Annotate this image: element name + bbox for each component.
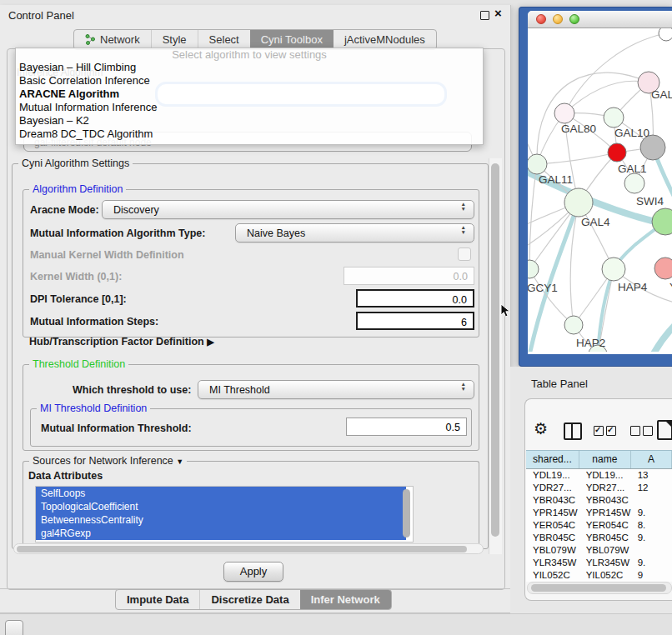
tab-select[interactable]: Select xyxy=(198,30,250,49)
network-node-hap2[interactable] xyxy=(564,316,583,334)
mi-algorithm-type-select[interactable]: Naive Bayes ▲▼ xyxy=(235,223,474,242)
attribute-item-topologicalcoefficient[interactable]: TopologicalCoefficient xyxy=(36,500,406,513)
minimize-traffic-light[interactable] xyxy=(553,14,563,24)
kernel-width-input[interactable]: 0.0 xyxy=(344,267,474,285)
table-row[interactable]: YIL052CYIL052C9 xyxy=(526,569,672,582)
mi-steps-input[interactable]: 6 xyxy=(356,312,474,330)
which-threshold-select[interactable]: MI Threshold ▲▼ xyxy=(198,380,474,399)
mouse-cursor xyxy=(500,303,512,318)
network-canvas[interactable]: GALGAL80GAL10GAL1GAL11SWI4GAL4GCY1HAP4YH… xyxy=(528,28,672,352)
table-row[interactable]: YDR27...YDR27...12 xyxy=(526,482,672,494)
aracne-mode-label: Aracne Mode: xyxy=(30,204,99,216)
tab-label: Cyni Toolbox xyxy=(261,33,323,46)
table-cell: YBR045C xyxy=(526,532,579,544)
table-cell: 9. xyxy=(631,532,672,544)
tab-cyni-toolbox[interactable]: Cyni Toolbox xyxy=(250,30,333,49)
close-traffic-light[interactable] xyxy=(536,14,546,24)
table-row[interactable]: YLR345WYLR345W9. xyxy=(526,557,672,569)
select-all-checkbox-icon-2[interactable]: ✓ xyxy=(606,426,616,436)
attribute-item-betweennesscentrality[interactable]: BetweennessCentrality xyxy=(36,513,406,527)
network-edge xyxy=(564,81,649,113)
data-attributes-list: SelfLoopsTopologicalCoefficientBetweenne… xyxy=(35,486,414,542)
network-node-gal4[interactable] xyxy=(564,188,593,217)
deselect-all-checkbox-icon-2[interactable] xyxy=(643,426,653,436)
tab-infer-network[interactable]: Infer Network xyxy=(300,590,391,609)
table-row[interactable]: YBR043CYBR043C xyxy=(526,494,672,507)
table-cell: 9. xyxy=(631,507,672,519)
settings-horizontal-scrollbar-thumb[interactable] xyxy=(17,546,467,552)
stepper-icon: ▲▼ xyxy=(461,382,466,391)
tab-discretize-data[interactable]: Discretize Data xyxy=(199,590,299,609)
algorithm-option-dream8-dc-tdc-algorithm[interactable]: Dream8 DC_TDC Algorithm xyxy=(19,128,153,141)
tab-label: Style xyxy=(163,33,187,46)
columns-icon[interactable] xyxy=(564,422,582,440)
stepper-icon: ▲▼ xyxy=(461,202,466,211)
tab-jactivemnodules[interactable]: jActiveMNodules xyxy=(333,30,436,49)
column-header-shared[interactable]: shared... xyxy=(526,451,579,468)
algorithm-definition-title: Algorithm Definition xyxy=(29,183,126,195)
column-header-name[interactable]: name xyxy=(579,451,631,468)
dpi-tolerance-input[interactable]: 0.0 xyxy=(356,289,474,308)
zoom-traffic-light[interactable] xyxy=(569,14,579,24)
select-all-checkbox-icon[interactable]: ✓ xyxy=(594,426,604,436)
algorithm-option-aracne-algorithm[interactable]: ARACNE Algorithm xyxy=(19,88,119,101)
cyni-settings-title: Cyni Algorithm Settings xyxy=(18,158,133,169)
node-label-gcy1: GCY1 xyxy=(528,282,558,294)
table-row[interactable]: YPR145WYPR145W9. xyxy=(526,507,672,519)
table-cell: YER054C xyxy=(579,519,631,532)
stepper-icon: ▲▼ xyxy=(461,225,466,234)
network-node-gal10[interactable] xyxy=(604,108,624,128)
mi-threshold-input[interactable]: 0.5 xyxy=(346,418,467,436)
table-horizontal-scrollbar-thumb[interactable] xyxy=(531,584,666,592)
tab-label: Discretize Data xyxy=(211,593,288,606)
manual-kernel-width-checkbox[interactable] xyxy=(458,248,471,261)
tab-style[interactable]: Style xyxy=(151,30,198,49)
sources-title: Sources for Network Inference xyxy=(33,455,173,467)
network-node-gal11[interactable] xyxy=(528,154,547,174)
cyni-algorithm-settings-group: Cyni Algorithm Settings Algorithm Defini… xyxy=(12,163,489,549)
network-window-titlebar xyxy=(528,11,672,28)
network-node-hap4[interactable] xyxy=(602,258,625,281)
algorithm-option-bayesian-hill-climbing[interactable]: Bayesian – Hill Climbing xyxy=(19,61,136,74)
tab-network[interactable]: Network xyxy=(74,30,151,49)
node-label-gal80: GAL80 xyxy=(561,122,596,135)
table-row[interactable]: YER054CYER054C8. xyxy=(526,519,672,532)
hub-definition-toggle[interactable]: Hub/Transcription Factor Definition ▶ xyxy=(29,336,214,348)
tab-impute-data[interactable]: Impute Data xyxy=(116,590,199,609)
attributes-list-scrollbar[interactable] xyxy=(403,489,410,538)
network-node-gal1[interactable] xyxy=(608,143,626,162)
network-node-gal80[interactable] xyxy=(554,103,574,123)
table-panel-card: ⚙ ✓ ✓ shared...nameA YDL19...YDL19...13Y… xyxy=(524,398,672,601)
minimized-panel-icon[interactable] xyxy=(5,620,23,635)
network-node[interactable] xyxy=(659,28,672,41)
expand-right-icon: ▶ xyxy=(207,337,213,347)
algorithm-option-bayesian-k2[interactable]: Bayesian – K2 xyxy=(19,114,89,128)
attribute-item-selfloops[interactable]: SelfLoops xyxy=(36,487,406,500)
close-icon[interactable]: × xyxy=(494,6,502,20)
table-cell: YDL19... xyxy=(526,469,579,482)
table-row[interactable]: YBR045CYBR045C9. xyxy=(526,532,672,544)
sources-toggle[interactable]: Sources for Network Inference ▼ xyxy=(29,455,187,467)
apply-button[interactable]: Apply xyxy=(223,562,283,582)
tab-label: jActiveMNodules xyxy=(344,33,425,46)
float-window-icon[interactable] xyxy=(480,11,489,20)
deselect-all-checkbox-icon[interactable] xyxy=(630,426,640,436)
network-node-swi4[interactable] xyxy=(624,173,644,193)
attribute-item-gal4rgexp[interactable]: gal4RGexp xyxy=(36,527,406,540)
gear-icon[interactable]: ⚙ xyxy=(534,421,548,438)
table-cell: YER054C xyxy=(526,519,579,532)
table-cell xyxy=(631,494,672,507)
table-cell: YDR27... xyxy=(579,482,631,494)
settings-vertical-scrollbar-thumb[interactable] xyxy=(491,163,499,537)
algorithm-option-basic-correlation-inference[interactable]: Basic Correlation Inference xyxy=(19,74,150,88)
network-node-y[interactable] xyxy=(654,258,672,279)
node-label-gal10: GAL10 xyxy=(614,127,649,139)
column-header-a[interactable]: A xyxy=(631,451,672,468)
export-table-icon[interactable] xyxy=(657,420,672,440)
network-node-gcy1[interactable] xyxy=(528,260,539,278)
table-row[interactable]: YBL079WYBL079W xyxy=(526,544,672,557)
algorithm-dropdown-prompt: Select algorithm to view settings xyxy=(16,48,483,61)
table-row[interactable]: YDL19...YDL19...13 xyxy=(526,469,672,482)
algorithm-option-mutual-information-inference[interactable]: Mutual Information Inference xyxy=(19,101,157,114)
aracne-mode-select[interactable]: Discovery ▲▼ xyxy=(102,200,474,219)
